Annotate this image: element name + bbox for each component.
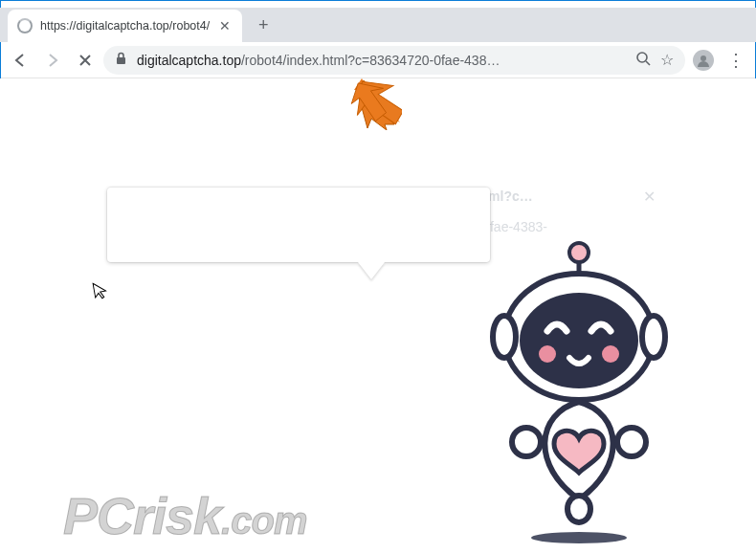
svg-point-8: [493, 316, 516, 358]
svg-rect-1: [117, 57, 125, 64]
active-tab[interactable]: https://digitalcaptcha.top/robot4/ ✕: [8, 10, 242, 42]
tab-strip: https://digitalcaptcha.top/robot4/ ✕ +: [0, 8, 756, 42]
stop-reload-button[interactable]: [71, 46, 100, 75]
suggestion-remove-icon: ✕: [643, 188, 656, 206]
lock-icon: [115, 52, 127, 68]
svg-point-12: [602, 345, 619, 363]
avatar-icon: [693, 50, 714, 71]
watermark-com: .com: [221, 499, 306, 542]
watermark-pc: PC: [63, 487, 133, 544]
shadow: [531, 532, 627, 543]
svg-point-10: [520, 293, 638, 388]
pcrisk-watermark: PCrisk.com: [63, 486, 306, 545]
tab-close-button[interactable]: ✕: [217, 18, 233, 33]
url-domain: digitalcaptcha.top: [137, 53, 241, 68]
svg-point-11: [539, 345, 556, 363]
loading-spinner-icon: [17, 18, 33, 33]
svg-point-4: [700, 55, 706, 61]
address-bar[interactable]: digitalcaptcha.top/robot4/index.html?c=8…: [103, 46, 685, 75]
page-content: ↻ Click Allow - https://digitalcaptcha.t…: [0, 78, 756, 553]
search-in-omnibox-icon: [635, 51, 651, 69]
watermark-risk: risk: [133, 487, 221, 544]
forward-button[interactable]: [38, 46, 67, 75]
arrow-right-icon: [44, 52, 61, 69]
svg-point-15: [567, 496, 590, 522]
robot-icon: [478, 241, 679, 538]
svg-point-9: [642, 316, 665, 358]
mouse-cursor-icon: [92, 280, 109, 306]
new-tab-button[interactable]: +: [250, 11, 277, 38]
browser-toolbar: digitalcaptcha.top/robot4/index.html?c=8…: [0, 42, 756, 78]
arrow-left-icon: [11, 52, 29, 69]
svg-line-3: [646, 61, 650, 65]
speech-bubble: [107, 188, 490, 262]
robot-illustration: [478, 241, 679, 538]
svg-point-5: [569, 243, 589, 262]
svg-point-14: [617, 428, 646, 456]
bookmark-star-icon[interactable]: ☆: [660, 51, 674, 69]
url-text: digitalcaptcha.top/robot4/index.html?c=8…: [137, 53, 626, 68]
svg-point-13: [512, 428, 541, 456]
tab-title: https://digitalcaptcha.top/robot4/: [40, 19, 210, 33]
svg-point-2: [637, 53, 647, 62]
stop-icon: [78, 54, 92, 67]
back-button[interactable]: [6, 46, 34, 75]
profile-avatar-button[interactable]: [689, 46, 718, 75]
chrome-menu-button[interactable]: ⋮: [722, 46, 750, 75]
url-path: /robot4/index.html?c=83634720-0fae-438…: [241, 53, 500, 68]
